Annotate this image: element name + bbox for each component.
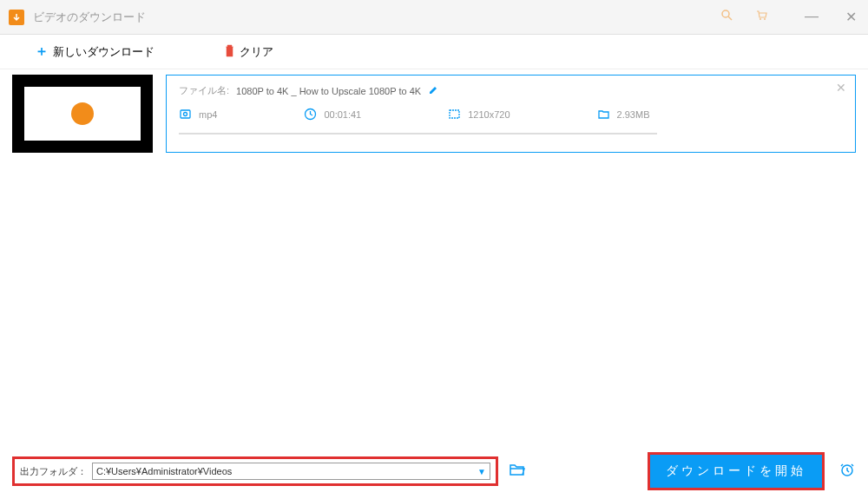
search-icon[interactable] <box>720 9 733 25</box>
filename-text: 1080P to 4K _ How to Upscale 1080P to 4K <box>236 86 421 96</box>
app-icon <box>9 10 24 25</box>
filename-label: ファイル名: <box>179 84 229 97</box>
minimize-button[interactable]: — <box>803 9 820 25</box>
schedule-icon[interactable] <box>838 461 856 482</box>
cart-icon[interactable] <box>755 9 768 25</box>
clear-button[interactable]: クリア <box>224 44 273 60</box>
duration-info: 00:01:41 <box>304 108 361 121</box>
format-info: mp4 <box>179 108 217 121</box>
new-download-label: 新しいダウンロード <box>53 44 155 60</box>
size-info: 2.93MB <box>597 108 650 121</box>
svg-rect-7 <box>450 110 459 118</box>
output-folder-box: 出力フォルダ： C:¥Users¥Administrator¥Videos ▼ <box>12 456 498 486</box>
output-folder-dropdown[interactable]: C:¥Users¥Administrator¥Videos ▼ <box>92 463 490 480</box>
remove-item-button[interactable]: ✕ <box>836 81 846 95</box>
clock-icon <box>304 108 317 121</box>
close-button[interactable]: ✕ <box>842 9 859 25</box>
svg-point-0 <box>722 10 729 17</box>
thumbnail[interactable] <box>12 75 153 153</box>
progress-bar <box>179 133 657 135</box>
svg-line-1 <box>728 16 732 20</box>
video-format-icon <box>179 108 192 121</box>
chevron-down-icon: ▼ <box>477 467 486 476</box>
output-folder-label: 出力フォルダ： <box>20 465 87 478</box>
folder-icon <box>597 108 610 121</box>
svg-point-2 <box>760 18 761 20</box>
svg-point-5 <box>184 113 187 116</box>
resolution-icon <box>448 108 461 121</box>
trash-icon <box>224 44 235 60</box>
open-folder-button[interactable] <box>509 463 526 480</box>
new-download-button[interactable]: ＋ 新しいダウンロード <box>35 43 155 61</box>
clear-label: クリア <box>240 44 273 60</box>
plus-icon: ＋ <box>35 43 49 61</box>
output-path-text: C:¥Users¥Administrator¥Videos <box>96 466 232 476</box>
edit-icon[interactable] <box>428 85 438 97</box>
resolution-info: 1210x720 <box>448 108 510 121</box>
svg-rect-4 <box>181 110 190 118</box>
window-title: ビデオのダウンロード <box>33 10 146 25</box>
download-item: ✕ ファイル名: 1080P to 4K _ How to Upscale 10… <box>12 75 856 153</box>
start-download-button[interactable]: ダウンロードを開始 <box>648 452 825 490</box>
svg-point-3 <box>764 18 766 20</box>
